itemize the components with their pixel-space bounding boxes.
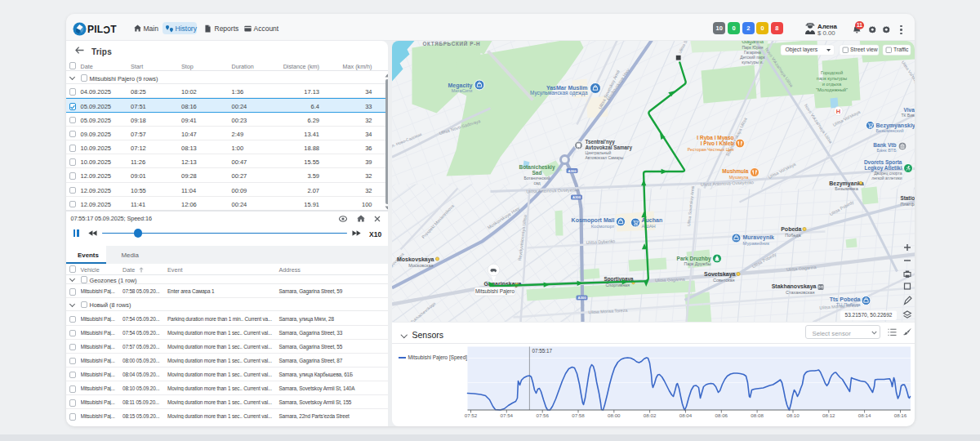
svg-text:Bezymyanskiy: Bezymyanskiy: [875, 122, 915, 128]
svg-text:Mitsubishi Pajero: Mitsubishi Pajero: [475, 287, 514, 294]
svg-text:Mushmula: Mushmula: [722, 167, 749, 173]
svg-text:Космопорт: Космопорт: [590, 223, 614, 228]
svg-text:Ресторан Честных Цен: Ресторан Честных Цен: [687, 146, 733, 151]
svg-text:МегаСити: МегаСити: [451, 88, 472, 93]
svg-text:и отдыха: и отдыха: [822, 81, 841, 86]
svg-text:Безымянка: Безымянка: [835, 186, 858, 191]
svg-text:08:16: 08:16: [893, 412, 906, 418]
svg-text:Sad: Sad: [532, 169, 541, 175]
svg-text:Платфор: Платфор: [900, 201, 915, 206]
svg-text:ТЦ Победа: ТЦ Победа: [835, 302, 861, 307]
svg-text:Muraveynik: Muraveynik: [742, 234, 774, 240]
svg-text:A300: A300: [568, 168, 577, 172]
svg-text:Городской: Городской: [820, 69, 842, 74]
svg-text:Муравейник: Муравейник: [742, 240, 769, 245]
svg-text:ТК Вив: ТК Вив: [901, 113, 914, 118]
svg-text:Московская: Московская: [408, 262, 433, 267]
svg-text:07:58: 07:58: [572, 412, 585, 418]
svg-text:A300: A300: [572, 195, 581, 199]
svg-text:Безымянский: Безымянский: [875, 128, 903, 133]
svg-text:парк культуры: парк культуры: [816, 75, 846, 80]
svg-text:сад: сад: [533, 180, 540, 185]
svg-text:H: H: [835, 107, 840, 114]
svg-text:Moskovskaya: Moskovskaya: [396, 256, 434, 262]
svg-text:Победа: Победа: [785, 233, 801, 238]
svg-text:08:08: 08:08: [751, 412, 764, 418]
svg-text:Автовокзал Самары: Автовокзал Самары: [585, 155, 623, 160]
svg-text:08:12: 08:12: [822, 412, 835, 418]
svg-text:Парк Дружбы: Парк Дружбы: [684, 261, 710, 266]
svg-text:08:14: 08:14: [858, 412, 871, 418]
svg-text:Pobeda: Pobeda: [781, 226, 801, 232]
svg-text:Ulitsa Gagarina: Ulitsa Gagarina: [655, 276, 685, 282]
svg-text:08:06: 08:06: [715, 412, 728, 418]
svg-text:Street view: Street view: [850, 47, 878, 52]
svg-text:07:55:17: 07:55:17: [532, 348, 552, 354]
svg-text:ОКТЯБРЬСКИЙ Р-Н: ОКТЯБРЬСКИЙ Р-Н: [422, 41, 480, 47]
svg-text:08:00: 08:00: [608, 412, 621, 418]
svg-text:53.21570, 50.22692: 53.21570, 50.22692: [844, 312, 892, 318]
svg-text:Мусульманская одежда: Мусульманская одежда: [530, 90, 588, 96]
svg-text:Bank Vtb: Bank Vtb: [873, 141, 896, 147]
svg-text:Стахановская: Стахановская: [785, 290, 814, 295]
svg-text:07:52: 07:52: [464, 412, 477, 418]
svg-text:легкой атлетики: легкой атлетики: [871, 176, 902, 180]
svg-text:Мушмула: Мушмула: [728, 174, 748, 179]
svg-text:07:56: 07:56: [536, 412, 549, 418]
svg-text:07:54: 07:54: [500, 412, 513, 418]
svg-text:Park Druzhby: Park Druzhby: [676, 255, 710, 261]
svg-text:Station: Station: [900, 194, 915, 200]
svg-text:I Pivo I Khleb: I Pivo I Khleb: [700, 140, 733, 145]
svg-text:A300: A300: [577, 296, 586, 300]
svg-text:Советская: Советская: [712, 278, 734, 283]
svg-text:08:04: 08:04: [679, 412, 692, 418]
svg-text:культуры и.: культуры и.: [742, 59, 764, 64]
svg-text:Bezymyanka: Bezymyanka: [829, 180, 864, 186]
svg-text:Stakhanovskaya: Stakhanovskaya: [771, 283, 816, 290]
svg-text:Tts Pobeda: Tts Pobeda: [829, 296, 860, 301]
svg-text:08:10: 08:10: [786, 412, 800, 418]
svg-text:АШАН: АШАН: [641, 223, 655, 228]
svg-text:Object layers: Object layers: [785, 47, 817, 53]
svg-text:Sovetskaya: Sovetskaya: [703, 271, 735, 278]
svg-text:08:02: 08:02: [643, 412, 656, 418]
svg-text:"Молодежный": "Молодежный": [816, 87, 848, 91]
svg-text:Traffic: Traffic: [893, 47, 909, 52]
svg-text:Банк ВТБ: Банк ВТБ: [876, 148, 896, 153]
svg-text:Viva: Viva: [903, 106, 915, 112]
